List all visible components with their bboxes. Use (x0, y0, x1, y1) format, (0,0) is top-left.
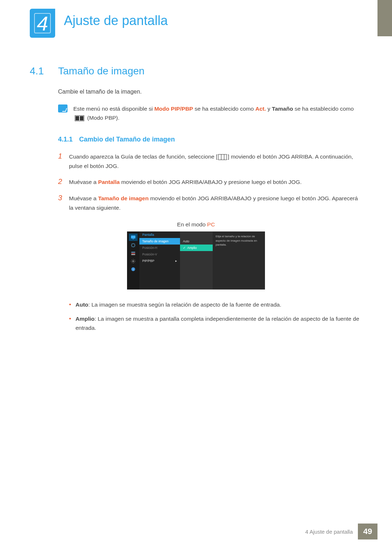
bullet-dot-icon: ● (69, 315, 75, 333)
step2-em: Pantalla (98, 179, 119, 185)
bullet-body: : La imagen se muestra a pantalla comple… (75, 316, 359, 331)
step-1: 1 Cuando aparezca la Guía de teclas de f… (58, 152, 362, 171)
footer: 4 Ajuste de pantalla 49 (305, 524, 377, 539)
step-3: 3 Muévase a Tamaño de imagen moviendo el… (58, 194, 362, 213)
footer-text: 4 Ajuste de pantalla (305, 529, 353, 535)
osd-info-icon: i (129, 266, 138, 273)
section-intro: Cambie el tamaño de la imagen. (58, 89, 362, 95)
chapter-tab: 4 (30, 9, 55, 38)
note-post1: se ha establecido como (293, 106, 354, 112)
check-icon: ✓ (183, 246, 186, 250)
page-number: 49 (358, 524, 377, 539)
osd-item-pip: PIP/PBP (142, 259, 154, 263)
svg-rect-2 (132, 244, 135, 247)
note-pre: Este menú no está disponible si (73, 106, 154, 112)
osd-description: Elija el tamaño y la relación de aspecto… (213, 231, 265, 290)
section-heading: 4.1 Tamaño de imagen (30, 65, 362, 77)
bullet-auto: ● Auto: La imagen se muestra según la re… (69, 300, 362, 309)
note-mid1: se ha establecido como (193, 106, 255, 112)
osd-menu-item: PIP/PBP▸ (139, 258, 180, 264)
osd-menu-header: Pantalla (139, 231, 180, 238)
note-mid2: y (266, 106, 272, 112)
note: Este menú no está disponible si Modo PIP… (58, 104, 362, 123)
step-text: Cuando aparezca la Guía de teclas de fun… (69, 152, 362, 171)
osd-list-icon (129, 250, 138, 257)
osd-gear-icon (129, 258, 138, 265)
osd-menu-item: Posición-H (139, 245, 180, 251)
note-icon (58, 104, 68, 112)
svg-rect-0 (131, 236, 135, 239)
section-title: Tamaño de imagen (58, 65, 144, 77)
osd-options: Auto ✓Amplio (180, 231, 213, 290)
step-number: 2 (58, 177, 69, 187)
note-post2: (Modo PBP). (86, 115, 119, 121)
osd-option: Auto (180, 238, 213, 245)
note-em3: Tamaño (272, 106, 293, 112)
step3-em: Tamaño de imagen (98, 195, 148, 201)
step2-post: moviendo el botón JOG ARRIBA/ABAJO y pre… (120, 179, 302, 185)
step2-pre: Muévase a (69, 179, 98, 185)
osd-opt-amplio: Amplio (187, 246, 197, 250)
note-em1: Modo PIP/PBP (154, 106, 193, 112)
mode-pre: En el modo (177, 221, 207, 227)
svg-point-6 (132, 260, 134, 262)
osd-option-selected: ✓Amplio (180, 245, 213, 251)
bullet-em: Amplio (75, 316, 95, 322)
mode-label: En el modo PC (30, 221, 362, 228)
step-2: 2 Muévase a Pantalla moviendo el botón J… (58, 177, 362, 187)
chapter-title: Ajuste de pantalla (64, 13, 168, 28)
osd-sidebar: i (127, 231, 139, 290)
svg-rect-1 (132, 239, 134, 239)
chevron-right-icon: ▸ (175, 259, 177, 263)
subsection-number: 4.1.1 (58, 136, 79, 143)
osd-menu: Pantalla Tamaño de imagen Posición-H Pos… (139, 231, 180, 290)
step-text: Muévase a Pantalla moviendo el botón JOG… (69, 177, 302, 187)
osd-menu-item: Posición-V (139, 251, 180, 258)
bullet-text: Auto: La imagen se muestra según la rela… (75, 300, 281, 309)
osd-position-icon (129, 242, 138, 249)
step1-pre: Cuando aparezca la Guía de teclas de fun… (69, 153, 217, 160)
svg-rect-5 (131, 254, 135, 255)
bullet-body: : La imagen se muestra según la relación… (88, 301, 281, 308)
step-number: 1 (58, 152, 69, 171)
subsection-title: Cambio del Tamaño de imagen (79, 136, 175, 143)
section-number: 4.1 (30, 65, 58, 77)
mode-em: PC (207, 221, 215, 227)
subsection-heading: 4.1.1 Cambio del Tamaño de imagen (58, 136, 362, 143)
bullet-text: Amplio: La imagen se muestra a pantalla … (75, 315, 362, 333)
chapter-number: 4 (37, 12, 48, 35)
note-em2: Act. (255, 106, 266, 112)
page-accent-bar (377, 0, 392, 36)
svg-rect-3 (131, 252, 135, 253)
bullet-dot-icon: ● (69, 300, 75, 309)
step3-pre: Muévase a (69, 195, 98, 201)
note-text: Este menú no está disponible si Modo PIP… (73, 104, 362, 123)
pbp-mode-icon (75, 115, 84, 121)
osd-menu-item-active: Tamaño de imagen (139, 238, 180, 245)
menu-icon (218, 154, 227, 160)
osd-screen-icon (129, 234, 138, 241)
step-number: 3 (58, 194, 69, 213)
bullet-amplio: ● Amplio: La imagen se muestra a pantall… (69, 315, 362, 333)
step-text: Muévase a Tamaño de imagen moviendo el b… (69, 194, 362, 213)
bullet-em: Auto (75, 301, 88, 308)
svg-rect-4 (131, 253, 135, 254)
osd-preview: i Pantalla Tamaño de imagen Posición-H P… (127, 231, 265, 290)
